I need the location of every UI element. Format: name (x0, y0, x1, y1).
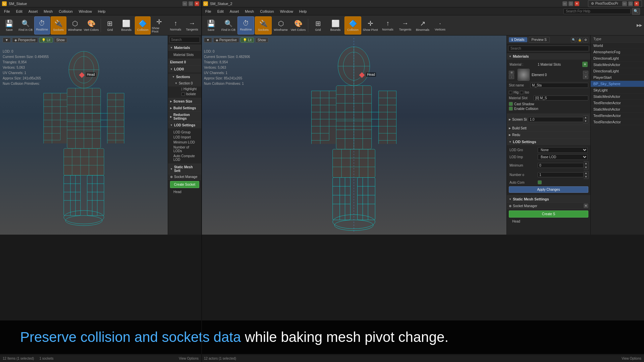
right-mat-ctrl-1[interactable]: ⊞ (509, 71, 514, 75)
left-lod0-header[interactable]: ▼ LOD0 (168, 66, 201, 72)
type-item-staticmesh3[interactable]: StaticMeshActor (591, 106, 644, 113)
right-menu-file[interactable]: File (203, 9, 214, 14)
left-vertcolors-btn[interactable]: 🎨Vert Colors (84, 16, 99, 35)
right-grid-btn[interactable]: ⊞Grid (310, 16, 326, 35)
right-matslot-value[interactable]: [0] M_S (534, 96, 588, 101)
left-reduction-header[interactable]: ▶ Reduction Settings (168, 112, 201, 122)
right-numberlods-input[interactable] (538, 172, 584, 177)
right-menu-asset[interactable]: Asset (227, 9, 242, 14)
type-item-world[interactable]: World (591, 43, 644, 49)
right-binormals-btn[interactable]: ↗Binormals (414, 16, 431, 35)
right-mat-side-1[interactable]: → (583, 71, 588, 75)
isolate-checkbox[interactable] (181, 93, 185, 96)
type-item-textrender1[interactable]: TextRenderActor (591, 100, 644, 106)
right-lodimport-select[interactable]: Base LOD (538, 154, 588, 160)
right-numberlods-up[interactable]: ▲ (584, 171, 588, 175)
type-item-playerstart[interactable]: PlayerStart (591, 74, 644, 81)
right-autocompute-checkbox[interactable] (538, 180, 542, 184)
details-tab-preview[interactable]: Preview S (529, 37, 550, 43)
right-section-checkbox1[interactable] (509, 91, 512, 94)
right-screensize-header[interactable]: ▶ Screen Si ▲ ▼ (507, 114, 590, 125)
right-menu-window[interactable]: Window (277, 9, 296, 14)
left-section0-header[interactable]: ▼ Section 0 (168, 80, 201, 86)
left-perspective-btn[interactable]: ◈ Perspective (12, 38, 38, 43)
type-item-directional1[interactable]: DirectionalLight (591, 55, 644, 62)
right-screensize-down[interactable]: ▼ (583, 119, 588, 123)
right-staticmesh-header[interactable]: ▼ Static Mesh Settings (507, 196, 590, 202)
right-minimum-up[interactable]: ▲ (584, 162, 588, 165)
right-maximize-btn[interactable]: □ (569, 1, 573, 6)
right-show-btn[interactable]: Show (255, 38, 268, 43)
left-staticmesh-header[interactable]: ▼ Static Mesh Sett (168, 164, 201, 174)
left-sections-header[interactable]: ▼ Sections (168, 74, 201, 80)
left-material-slots-item[interactable]: Material Slots (168, 52, 201, 57)
left-lodsettings-header[interactable]: ▼ LOD Settings (168, 122, 201, 128)
right-vp-nav-btn[interactable]: ▼ (204, 38, 212, 43)
left-show-btn[interactable]: Show (54, 38, 67, 43)
highlight-checkbox[interactable] (181, 87, 182, 91)
right-cast-shadow-checkbox[interactable] (509, 102, 513, 106)
right-lit-btn[interactable]: 💡 Lit (240, 38, 254, 43)
left-close-btn[interactable]: ✕ (195, 1, 199, 6)
details-tab-details[interactable]: ℹ Details (509, 37, 527, 42)
right-mat-side-2[interactable]: ✕ (583, 75, 588, 79)
pivot-close-btn[interactable]: ✕ (634, 1, 639, 6)
details-lock-btn[interactable]: 🔒 (577, 37, 582, 43)
left-menu-collision[interactable]: Collision (56, 9, 75, 14)
right-menu-collision[interactable]: Collision (257, 9, 277, 14)
right-menu-mesh[interactable]: Mesh (242, 9, 257, 14)
right-save-btn[interactable]: 💾Save (203, 16, 219, 35)
left-minimize-btn[interactable]: ─ (182, 1, 187, 6)
right-showpivot-btn[interactable]: ✛Show Pivot (362, 16, 379, 35)
right-buildsettings-header[interactable]: ▶ Build Sett (507, 125, 590, 131)
left-normals-btn[interactable]: ↑Normals (168, 16, 183, 35)
left-save-btn[interactable]: 💾Save (1, 16, 17, 35)
type-item-staticmesh2[interactable]: StaticMeshActor (591, 94, 644, 100)
right-wireframe-btn[interactable]: ⬡Wireframe (272, 16, 289, 35)
left-menu-file[interactable]: File (1, 9, 13, 14)
left-wireframe-btn[interactable]: ⬡Wireframe (67, 16, 83, 35)
pivot-maximize-btn[interactable]: □ (628, 1, 633, 6)
left-buildsettings-header[interactable]: ▶ Build Settings (168, 105, 201, 111)
left-menu-mesh[interactable]: Mesh (41, 9, 55, 14)
right-search-input[interactable] (564, 8, 631, 14)
left-findcb-btn[interactable]: 🔍Find in CB (18, 16, 34, 35)
right-reduction-header[interactable]: ▶ Redu (507, 132, 590, 138)
right-close-btn[interactable]: ✕ (575, 1, 579, 6)
right-minimum-down[interactable]: ▼ (584, 166, 588, 169)
right-socketmanager-close-btn[interactable]: ✕ (584, 203, 588, 208)
right-screensize-input[interactable] (528, 117, 583, 122)
right-enable-collision-checkbox[interactable] (509, 107, 513, 111)
right-details-search-input[interactable] (508, 46, 589, 51)
left-menu-help[interactable]: Help (95, 9, 108, 14)
left-screensize-header[interactable]: ▶ Screen Size (168, 98, 201, 105)
right-apply-changes-btn[interactable]: Apply Changes (509, 186, 588, 193)
left-viewport[interactable]: ▼ ◈ Perspective 💡 Lit Show LOD: 0 Curren… (0, 36, 168, 235)
right-collision-btn[interactable]: 🔷Collision (344, 16, 361, 35)
left-search-input[interactable] (169, 37, 200, 43)
right-sockets-btn[interactable]: 🔌Sockets (255, 16, 272, 35)
left-collision-btn[interactable]: 🔷Collision (135, 16, 151, 35)
right-search-btn[interactable]: 🔍 (632, 8, 640, 15)
right-add-material-btn[interactable]: + (582, 62, 588, 67)
left-tangents-btn[interactable]: →Tangents (184, 16, 200, 35)
type-item-textrender2[interactable]: TextRenderActor (591, 113, 644, 119)
details-search-btn[interactable]: 🔍 (571, 37, 576, 43)
left-menu-asset[interactable]: Asset (26, 9, 41, 14)
left-maximize-btn[interactable]: □ (189, 1, 193, 6)
left-lit-btn[interactable]: 💡 Lit (39, 38, 53, 43)
type-item-staticmesh1[interactable]: StaticMeshActor (591, 62, 644, 68)
right-viewport[interactable]: ▼ ◈ Perspective 💡 Lit Show LOD: 0 Curren… (201, 36, 506, 235)
type-item-skylight[interactable]: SkyLight (591, 87, 644, 94)
pivot-minimize-btn[interactable]: ─ (622, 1, 627, 6)
left-menu-window[interactable]: Window (76, 9, 95, 14)
right-realtime-btn[interactable]: ⏱Realtime (237, 16, 254, 35)
right-lodgroup-select[interactable]: None (538, 147, 588, 153)
type-item-bpsky[interactable]: BP_Sky_Sphere (591, 81, 644, 87)
left-highlight-item[interactable]: Highlight (176, 86, 201, 92)
right-normals-btn[interactable]: ↑Normals (379, 16, 396, 35)
right-numberlods-down[interactable]: ▼ (584, 175, 588, 179)
right-findcb-btn[interactable]: 🔍Find in CB (220, 16, 237, 35)
left-panel-search[interactable] (168, 36, 201, 44)
left-bounds-btn[interactable]: ⬜Bounds (118, 16, 134, 35)
